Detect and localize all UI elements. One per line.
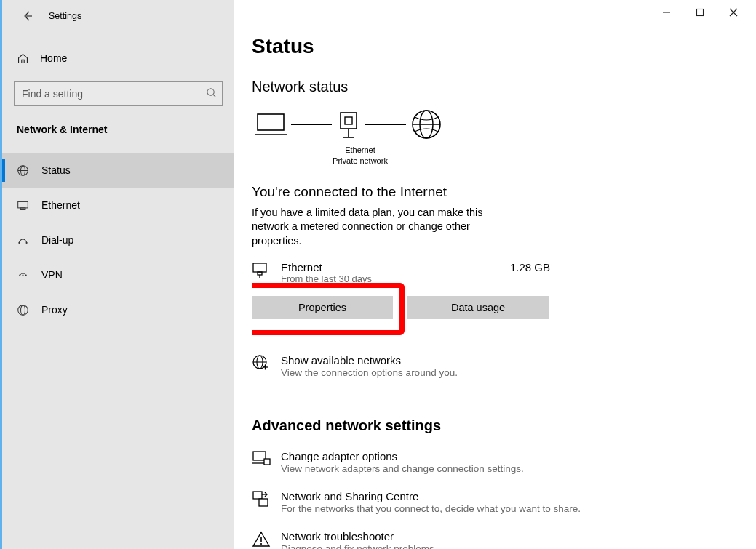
svg-rect-40: [264, 459, 270, 465]
content-scroll[interactable]: Status Network status Ethernet Private n…: [252, 32, 741, 549]
svg-rect-42: [259, 499, 268, 506]
connected-heading: You're connected to the Internet: [252, 184, 741, 200]
svg-point-46: [260, 543, 262, 545]
troubleshooter-icon: [252, 530, 276, 549]
sidebar-item-ethernet[interactable]: Ethernet: [2, 188, 234, 223]
sidebar-item-vpn[interactable]: VPN: [2, 257, 234, 292]
adapter-icon: [252, 261, 275, 281]
svg-point-1: [207, 89, 214, 95]
list-item-sub: View the connection options around you.: [281, 367, 458, 378]
page-title: Status: [252, 35, 741, 58]
svg-point-12: [22, 274, 23, 276]
status-icon: [17, 164, 37, 177]
sidebar-item-label: VPN: [41, 269, 63, 281]
diagram-network-label: Private network: [298, 156, 422, 167]
network-diagram: [255, 108, 741, 140]
maximize-button[interactable]: [683, 1, 717, 23]
list-item-sub: For the networks that you connect to, de…: [281, 503, 581, 514]
main-area: Status Network status Ethernet Private n…: [234, 0, 756, 549]
list-item-title: Network and Sharing Centre: [281, 490, 581, 502]
list-item-title: Change adapter options: [281, 450, 524, 462]
sidebar-home[interactable]: Home: [2, 42, 234, 74]
adapter-usage: 1.28 GB: [510, 261, 550, 273]
window-title: Settings: [49, 11, 81, 21]
sidebar: Settings Home Network & Internet Status: [2, 0, 234, 549]
computer-icon: [255, 110, 287, 139]
advanced-heading: Advanced network settings: [252, 417, 741, 434]
properties-button[interactable]: Properties: [252, 296, 393, 319]
ethernet-icon: [17, 199, 37, 212]
adapter-row: Ethernet From the last 30 days 1.28 GB: [252, 261, 550, 284]
sharing-centre-icon: [252, 490, 276, 511]
diagram-labels: Ethernet Private network: [298, 145, 422, 167]
list-item-sub: Diagnose and fix network problems.: [281, 543, 437, 549]
list-item-title: Network troubleshooter: [281, 530, 437, 542]
home-icon: [17, 52, 36, 65]
adapter-name: Ethernet: [281, 261, 510, 273]
sidebar-item-status[interactable]: Status: [2, 153, 234, 188]
svg-rect-6: [18, 201, 28, 208]
network-status-heading: Network status: [252, 79, 741, 95]
network-troubleshooter[interactable]: Network troubleshooter Diagnose and fix …: [252, 530, 741, 549]
connected-desc: If you have a limited data plan, you can…: [252, 206, 521, 249]
sidebar-item-dialup[interactable]: Dial-up: [2, 223, 234, 257]
search-icon: [206, 87, 217, 100]
globe-small-icon: [252, 354, 276, 374]
sidebar-item-label: Status: [41, 164, 71, 176]
svg-rect-31: [258, 272, 262, 275]
svg-line-2: [213, 95, 215, 97]
sidebar-item-label: Dial-up: [41, 234, 73, 246]
search-input[interactable]: [14, 81, 223, 106]
minimize-button[interactable]: [650, 1, 683, 23]
list-item-sub: View network adapters and change connect…: [281, 463, 524, 474]
close-button[interactable]: [717, 1, 750, 23]
sidebar-nav: Status Ethernet Dial-up VPN: [2, 153, 234, 327]
svg-rect-26: [345, 117, 352, 124]
dialup-icon: [17, 234, 37, 247]
sidebar-home-label: Home: [40, 52, 67, 64]
change-adapter-options[interactable]: Change adapter options View network adap…: [252, 450, 741, 474]
svg-rect-41: [253, 492, 262, 499]
router-icon: [336, 110, 361, 139]
sidebar-item-label: Proxy: [41, 304, 68, 316]
vpn-icon: [17, 269, 37, 281]
svg-point-9: [25, 241, 27, 243]
svg-rect-18: [697, 9, 704, 16]
svg-point-8: [18, 241, 20, 243]
data-usage-button[interactable]: Data usage: [407, 296, 549, 319]
network-sharing-centre[interactable]: Network and Sharing Centre For the netwo…: [252, 490, 741, 514]
diagram-adapter-label: Ethernet: [298, 145, 422, 156]
link-line: [291, 124, 332, 125]
svg-point-10: [23, 239, 24, 240]
link-line: [365, 124, 406, 125]
svg-rect-21: [258, 114, 284, 130]
sidebar-item-proxy[interactable]: Proxy: [2, 292, 234, 327]
proxy-icon: [17, 304, 37, 316]
show-available-networks[interactable]: Show available networks View the connect…: [252, 354, 741, 378]
svg-rect-7: [20, 207, 25, 209]
svg-rect-30: [253, 263, 266, 272]
globe-icon: [410, 108, 442, 140]
back-button[interactable]: [15, 4, 40, 28]
adapter-subtext: From the last 30 days: [281, 273, 510, 284]
svg-rect-23: [341, 113, 357, 129]
adapter-options-icon: [252, 450, 276, 470]
list-item-title: Show available networks: [281, 354, 458, 366]
sidebar-category: Network & Internet: [2, 106, 234, 135]
sidebar-item-label: Ethernet: [41, 199, 80, 211]
